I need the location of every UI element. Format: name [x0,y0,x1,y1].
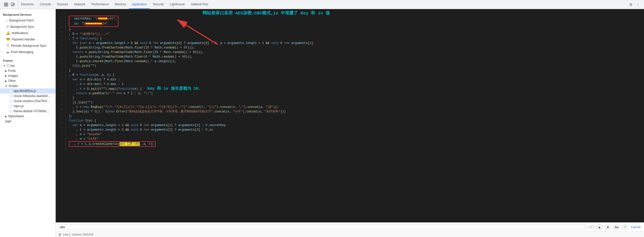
regex-button[interactable]: .* [622,225,627,230]
main-container: Background Services ↕ Background Fetch ↺… [0,9,644,237]
push-messaging-icon: ☁ [6,50,9,54]
tree-item-chunk-vendors[interactable]: 📄 chunk-vendors.f23a79c5… [0,99,55,104]
tree-item-top[interactable]: ▼ ☐ top [0,63,55,68]
search-results: 1 of 1 [588,226,595,229]
fonts-label: Fonts [8,69,16,73]
svg-rect-2 [4,5,6,6]
scripts-label: Scripts [9,84,18,88]
cancel-search-button[interactable]: Cancel [630,225,642,230]
file-icon: 📄 [9,110,13,113]
match-case-button[interactable]: Aa [613,225,620,230]
tree-item-images[interactable]: ▶ Images [0,73,55,78]
code-panel: - - - - - - - - - - - - - - - - - [56,9,644,237]
sidebar-item-periodic-bg-sync[interactable]: ⏱ Periodic Background Sync [0,42,55,49]
tree-item-stylesheets[interactable]: ▶ Stylesheets [0,114,55,119]
search-input[interactable] [58,224,586,230]
tree-item-app-js[interactable]: 📄 app.861885ce.js [0,88,55,93]
app-js-label: app.861885ce.js [14,89,36,93]
file-icon: 📄 [9,105,13,108]
search-bar: 1 of 1 ▲ ▼ Aa .* Cancel [56,222,644,231]
code-lines: secretKey: "i■■■■■y01", iv: "3■■■■■■■■■3… [66,9,644,153]
frames-section: Frames ▼ ☐ top ▶ Fonts ▶ Images ▶ Other … [0,57,55,124]
line-numbers: - - - - - - - - - - - - - - - - - [56,9,66,153]
file-icon: 📄 [9,94,13,98]
sidebar-item-label: Periodic Background Sync [11,44,47,48]
tree-item-other[interactable]: ▶ Other [0,78,55,83]
tree-item-scripts[interactable]: ▼ Scripts [0,83,55,88]
top-nav: Elements Console Sources Network Perform… [0,0,644,9]
background-sync-icon: ↺ [6,25,9,29]
file-icon: 📄 [9,100,13,103]
devtools-icons [1,0,18,9]
file-icon: 📄 [9,89,13,93]
theme-js-label: theme-default-7475b69c… [14,109,50,113]
more-options-icon[interactable]: ⋮ [635,2,641,8]
tree-item-login[interactable]: login [0,119,55,124]
svg-rect-1 [6,3,8,4]
sidebar-item-label: Background Sync [10,25,34,29]
tree-item-fonts[interactable]: ▶ Fonts [0,68,55,73]
tree-item-theme-js[interactable]: 📄 theme-default-7475b69c… [0,109,55,114]
arrow-right-icon: ▶ [5,80,7,82]
tab-memory[interactable]: Memory [112,0,129,9]
arrow-down-icon: ▼ [5,85,8,87]
payment-handler-icon: 💳 [6,37,10,41]
cursor-position: Line 1, Column 2451416 [63,233,93,236]
tab-network[interactable]: Network [71,0,88,9]
brace-icon: {} [59,233,61,236]
tab-console[interactable]: Console [37,0,54,9]
other-label: Other [8,79,16,83]
code-area[interactable]: - - - - - - - - - - - - - - - - - [56,9,644,222]
tab-security[interactable]: Security [150,0,167,9]
nav-tabs: Elements Console Sources Network Perform… [18,0,626,9]
next-result-button[interactable]: ▼ [605,225,611,230]
arrow-down-icon: ▼ [3,64,6,67]
background-services-title: Background Services [0,11,55,17]
tab-adblock[interactable]: Adblock Plus [188,0,211,9]
background-fetch-icon: ↕ [6,18,8,22]
sidebar-item-label: Push Messaging [11,50,33,54]
tree-item-chunk1[interactable]: 📄 chunk-59face6a.4aa0402… [0,93,55,99]
tree-item-inject-js[interactable]: 📄 inject.js [0,104,55,109]
nav-right-icons: ⚙ ⋮ [626,2,643,8]
tab-application[interactable]: Application [129,0,150,9]
status-bar: {} Line 1, Column 2451416 [56,231,644,237]
tab-elements[interactable]: Elements [18,0,37,9]
arrow-right-icon: ▶ [5,75,7,77]
images-label: Images [8,74,18,78]
svg-rect-5 [13,3,14,5]
chunk-vendors-label: chunk-vendors.f23a79c5… [14,99,50,103]
device-toolbar-icon[interactable] [10,2,16,8]
tab-sources[interactable]: Sources [54,0,71,9]
chunk1-label: chunk-59face6a.4aa0402… [14,94,51,98]
login-label: login [5,120,11,123]
frame-icon: ☐ [7,64,9,67]
sidebar-item-background-sync[interactable]: ↺ Background Sync [0,23,55,30]
sidebar-item-push-messaging[interactable]: ☁ Push Messaging [0,49,55,55]
arrow-right-icon: ▶ [5,115,7,118]
notifications-icon: 🔔 [6,31,10,35]
frames-title: Frames [0,57,55,63]
settings-icon[interactable]: ⚙ [628,2,634,8]
frame-label: top [10,64,15,67]
sidebar-item-label: Background Fetch [9,19,34,22]
code-content: - - - - - - - - - - - - - - - - - [56,9,644,153]
tab-performance[interactable]: Performance [88,0,112,9]
sidebar-item-background-fetch[interactable]: ↕ Background Fetch [0,17,55,23]
stylesheets-label: Stylesheets [8,114,24,118]
inject-js-label: inject.js [14,104,24,108]
periodic-bg-sync-icon: ⏱ [6,44,9,48]
arrow-right-icon: ▶ [5,69,7,72]
tab-lighthouse[interactable]: Lighthouse [167,0,188,9]
sidebar-item-notifications[interactable]: 🔔 Notifications [0,30,55,36]
inspect-element-icon[interactable] [3,2,9,8]
sidebar-item-payment-handler[interactable]: 💳 Payment Handler [0,36,55,42]
sidebar-item-label: Notifications [12,31,28,35]
prev-result-button[interactable]: ▲ [596,225,603,230]
svg-rect-3 [6,5,8,6]
sidebar: Background Services ↕ Background Fetch ↺… [0,9,56,237]
sidebar-item-label: Payment Handler [12,38,35,41]
svg-rect-0 [4,3,6,4]
